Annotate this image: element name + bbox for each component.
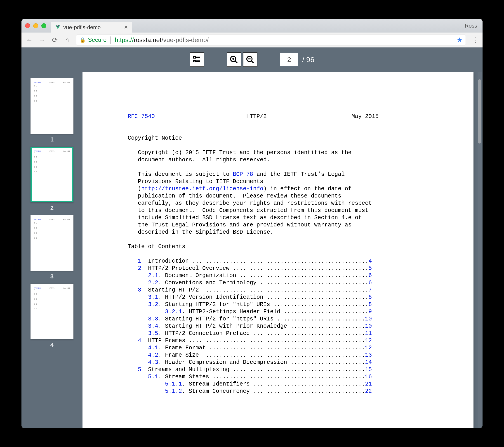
- toc-section-link[interactable]: 2: [138, 265, 141, 272]
- thumbnail[interactable]: RFC 7540HTTP/2May 2015.. ... ..... .....…: [31, 147, 73, 212]
- toc-page-link[interactable]: 6: [368, 272, 372, 279]
- reload-button[interactable]: ⟳: [51, 36, 58, 44]
- vue-icon: [55, 25, 61, 30]
- toc-section-link[interactable]: 4.3: [148, 359, 158, 366]
- scrollbar[interactable]: [478, 72, 482, 428]
- window-controls: [25, 23, 46, 28]
- thumbnail[interactable]: RFC 7540HTTP/2May 2015.. ... ..... .....…: [31, 284, 73, 348]
- url-text: https://rossta.net/vue-pdfjs-demo/: [115, 36, 209, 44]
- tab-title: vue-pdfjs-demo: [63, 24, 121, 31]
- toc-section-link[interactable]: 3.3: [148, 316, 158, 322]
- page-total-label: / 96: [302, 55, 314, 64]
- toc-page-link[interactable]: 14: [365, 359, 372, 366]
- toc-page-link[interactable]: 4: [368, 258, 372, 264]
- toc-section-link[interactable]: 3.2.1: [165, 308, 182, 315]
- address-bar-row: ← → ⟳ ⌂ 🔒 Secure │ https://rossta.net/vu…: [21, 33, 483, 47]
- browser-window: vue-pdfjs-demo ✕ Ross ← → ⟳ ⌂ 🔒 Secure │…: [21, 19, 483, 428]
- svg-line-13: [251, 61, 253, 63]
- pdf-viewer-app: / 96 RFC 7540HTTP/2May 2015.. ... ..... …: [21, 47, 483, 428]
- toolbar: / 96: [21, 47, 483, 72]
- toc-page-link[interactable]: 12: [365, 337, 372, 344]
- thumbnail-image[interactable]: RFC 7540HTTP/2May 2015.. ... ..... .....…: [31, 78, 73, 134]
- toggle-thumbnails-button[interactable]: [190, 53, 204, 67]
- close-window-button[interactable]: [25, 23, 30, 28]
- pdf-page: RFC 7540 HTTP/2 May 2015 Copyright Notic…: [83, 72, 473, 428]
- toc-page-link[interactable]: 11: [365, 330, 372, 337]
- browser-tab[interactable]: vue-pdfjs-demo ✕: [51, 22, 132, 33]
- profile-name[interactable]: Ross: [465, 23, 477, 29]
- toc-page-link[interactable]: 10: [365, 316, 372, 322]
- toc-section-link[interactable]: 4.1: [148, 345, 158, 351]
- page-number-input[interactable]: [280, 53, 298, 66]
- thumbnail-image[interactable]: RFC 7540HTTP/2May 2015.. ... ..... .....…: [31, 215, 73, 271]
- svg-rect-5: [194, 60, 195, 62]
- toc-section-link[interactable]: 2.2: [148, 280, 158, 286]
- toc-page-link[interactable]: 9: [368, 308, 372, 315]
- viewer-area: RFC 7540HTTP/2May 2015.. ... ..... .....…: [21, 72, 483, 428]
- toc-section-link[interactable]: 5.1.2: [165, 388, 182, 394]
- secure-label: Secure: [88, 36, 107, 43]
- close-tab-icon[interactable]: ✕: [124, 24, 128, 30]
- thumbnail-number: 4: [50, 341, 54, 348]
- toc-section-link[interactable]: 3.5: [148, 330, 158, 337]
- back-button[interactable]: ←: [26, 36, 33, 44]
- toc-section-link[interactable]: 4: [138, 337, 141, 344]
- separator: │: [109, 36, 112, 43]
- minimize-window-button[interactable]: [33, 23, 38, 28]
- thumbnail-number: 1: [50, 136, 54, 143]
- toc-section-link[interactable]: 4.2: [148, 352, 158, 358]
- toc-page-link[interactable]: 6: [368, 280, 372, 286]
- menu-icon[interactable]: ⋮: [472, 36, 478, 44]
- maximize-window-button[interactable]: [41, 23, 46, 28]
- toc-section-link[interactable]: 3.2: [148, 301, 158, 308]
- thumbnail[interactable]: RFC 7540HTTP/2May 2015.. ... ..... .....…: [31, 78, 73, 143]
- toc-page-link[interactable]: 22: [365, 388, 372, 394]
- lock-icon: 🔒: [80, 37, 86, 43]
- zoom-out-button[interactable]: [243, 53, 257, 67]
- toc-page-link[interactable]: 16: [365, 374, 372, 380]
- rfc-link[interactable]: RFC 7540: [128, 113, 155, 120]
- toc-section-link[interactable]: 2.1: [148, 272, 158, 279]
- thumbnail-sidebar[interactable]: RFC 7540HTTP/2May 2015.. ... ..... .....…: [21, 72, 83, 428]
- toc-page-link[interactable]: 12: [365, 345, 372, 351]
- toc-page-link[interactable]: 8: [368, 294, 372, 301]
- toc-page-link[interactable]: 10: [365, 323, 372, 329]
- bookmark-star-icon[interactable]: ★: [457, 36, 462, 44]
- toc-section-link[interactable]: 1: [138, 258, 141, 264]
- toc-page-link[interactable]: 21: [365, 381, 372, 387]
- toc-page-link[interactable]: 15: [365, 366, 372, 373]
- address-bar[interactable]: 🔒 Secure │ https://rossta.net/vue-pdfjs-…: [76, 35, 466, 45]
- home-button[interactable]: ⌂: [64, 36, 71, 44]
- toc-section-link[interactable]: 3.4: [148, 323, 158, 329]
- svg-line-9: [235, 61, 237, 63]
- thumbnail-number: 2: [50, 205, 54, 212]
- toc-page-link[interactable]: 5: [368, 265, 372, 272]
- scrollbar-handle[interactable]: [478, 79, 481, 143]
- toc-page-link[interactable]: 7: [368, 287, 372, 293]
- toc-page-link[interactable]: 13: [365, 352, 372, 358]
- thumbnail-image[interactable]: RFC 7540HTTP/2May 2015.. ... ..... .....…: [31, 147, 73, 202]
- toc-page-link[interactable]: 8: [368, 301, 372, 308]
- bcp-link[interactable]: BCP 78: [233, 171, 253, 178]
- thumbnail-number: 3: [50, 273, 54, 280]
- toc-section-link[interactable]: 5.1.1: [165, 381, 182, 387]
- thumbnail-image[interactable]: RFC 7540HTTP/2May 2015.. ... ..... .....…: [31, 284, 73, 339]
- zoom-in-button[interactable]: [227, 53, 241, 67]
- page-area: RFC 7540 HTTP/2 May 2015 Copyright Notic…: [83, 72, 483, 428]
- toc-section-link[interactable]: 3.1: [148, 294, 158, 301]
- svg-rect-2: [194, 57, 195, 58]
- license-link[interactable]: http://trustee.ietf.org/license-info: [141, 186, 263, 192]
- thumbnail[interactable]: RFC 7540HTTP/2May 2015.. ... ..... .....…: [31, 215, 73, 280]
- page-indicator: / 96: [280, 53, 314, 66]
- document-content: RFC 7540 HTTP/2 May 2015 Copyright Notic…: [128, 113, 437, 395]
- tab-bar: vue-pdfjs-demo ✕ Ross: [21, 19, 483, 33]
- toc-section-link[interactable]: 3: [138, 287, 141, 293]
- forward-button[interactable]: →: [38, 36, 46, 44]
- toc-section-link[interactable]: 5: [138, 366, 141, 373]
- toc-section-link[interactable]: 5.1: [148, 374, 158, 380]
